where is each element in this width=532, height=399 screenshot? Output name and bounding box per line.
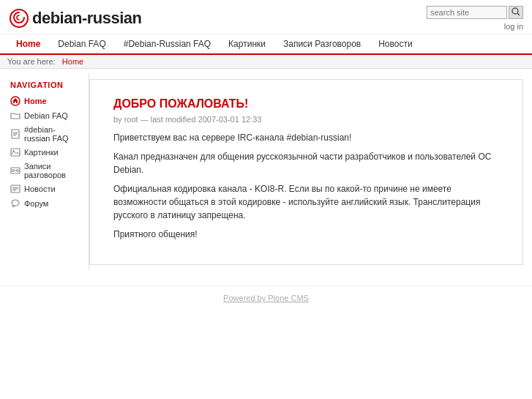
- sidebar-item-label: Форум: [24, 199, 48, 208]
- forum-icon: [10, 198, 20, 209]
- login-link[interactable]: log in: [504, 22, 523, 31]
- sidebar-title: Navigation: [3, 81, 89, 94]
- content-paragraph: Канал предназначен для общения русскоязы…: [113, 150, 499, 176]
- header-right: log in: [427, 6, 523, 31]
- nav-item-[interactable]: Новости: [370, 34, 421, 53]
- sidebar-item-[interactable]: Картинки: [3, 145, 89, 160]
- home-icon: [10, 96, 20, 106]
- content-title: ДОБРО ПОЖАЛОВАТЬ!: [113, 97, 499, 111]
- img-icon: [10, 147, 20, 157]
- breadcrumb-prefix: You are here:: [7, 57, 56, 66]
- svg-point-12: [17, 170, 19, 172]
- sidebar-item-label: Картинки: [24, 148, 59, 157]
- content-meta-author[interactable]: root: [124, 115, 138, 124]
- sidebar-item-debian-faq[interactable]: Debian FAQ: [3, 108, 89, 123]
- header: debian-russian log in: [0, 0, 532, 34]
- svg-point-18: [12, 200, 19, 206]
- content-area: ДОБРО ПОЖАЛОВАТЬ! by root — last modifie…: [100, 89, 512, 256]
- sidebar-item-[interactable]: Новости: [3, 182, 89, 196]
- sidebar-item--[interactable]: Записи разговоров: [3, 160, 89, 182]
- sidebar: Navigation HomeDebian FAQ#debian-russian…: [3, 73, 89, 271]
- logo: debian-russian: [9, 8, 141, 29]
- sidebar-item-label: Home: [24, 97, 47, 105]
- nav-item--[interactable]: Записи Разговоров: [274, 34, 370, 53]
- debian-logo-icon: [9, 8, 29, 29]
- footer: Powered by Plone CMS: [0, 286, 532, 310]
- sidebar-item-[interactable]: Форум: [3, 196, 89, 211]
- search-form: [427, 6, 523, 19]
- nav-item-[interactable]: Картинки: [220, 34, 274, 53]
- content-meta: by root — last modified 2007-03-01 12:33: [113, 115, 499, 124]
- nav-item-home[interactable]: Home: [7, 34, 49, 55]
- svg-point-11: [12, 170, 15, 172]
- navbar: HomeDebian FAQ#Debian-Russian FAQКартинк…: [0, 34, 532, 55]
- search-button[interactable]: [509, 6, 523, 19]
- nav-item-debian-russian-faq[interactable]: #Debian-Russian FAQ: [115, 34, 220, 53]
- logo-text: debian-russian: [32, 9, 141, 28]
- sidebar-item-label: Записи разговоров: [24, 162, 81, 179]
- search-input[interactable]: [427, 6, 507, 19]
- content-paragraph: Приятного общения!: [113, 228, 499, 241]
- sidebar-item-label: Новости: [24, 184, 56, 193]
- content-box: ДОБРО ПОЖАЛОВАТЬ! by root — last modifie…: [89, 79, 523, 265]
- folder-icon: [10, 111, 20, 121]
- content-paragraph: Официальная кодировка канала - KOI8-R. Е…: [113, 182, 499, 222]
- breadcrumb-current[interactable]: Home: [62, 57, 83, 66]
- svg-rect-8: [11, 149, 20, 156]
- content-paragraph: Приветствуем вас на сервере IRC-канала #…: [113, 131, 499, 144]
- svg-point-1: [512, 8, 518, 14]
- svg-line-2: [517, 13, 520, 15]
- breadcrumb-bar: You are here: Home: [0, 55, 532, 69]
- footer-link[interactable]: Powered by Plone CMS: [223, 294, 309, 302]
- sidebar-item-label: Debian FAQ: [24, 111, 68, 120]
- content-paragraphs: Приветствуем вас на сервере IRC-канала #…: [113, 131, 499, 241]
- sidebar-item-label: #debian-russian FAQ: [24, 125, 81, 143]
- sidebar-item-debian-russian-faq[interactable]: #debian-russian FAQ: [3, 123, 89, 145]
- nav-item-debian-faq[interactable]: Debian FAQ: [49, 34, 114, 53]
- search-icon: [512, 7, 520, 16]
- doc-icon: [10, 129, 20, 139]
- tape-icon: [10, 165, 20, 176]
- main-layout: Navigation HomeDebian FAQ#debian-russian…: [0, 69, 532, 271]
- news-icon: [10, 184, 20, 194]
- sidebar-item-home[interactable]: Home: [3, 94, 89, 108]
